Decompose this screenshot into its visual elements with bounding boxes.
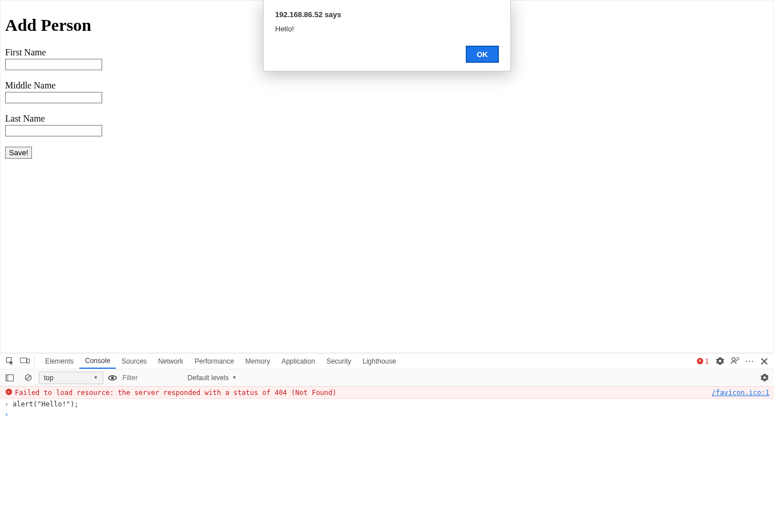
svg-line-7 xyxy=(26,376,30,380)
svg-point-8 xyxy=(111,376,114,379)
devtools-tabbar: Elements Console Sources Network Perform… xyxy=(0,353,774,369)
tab-performance[interactable]: Performance xyxy=(189,353,240,369)
field-last-name: Last Name xyxy=(5,114,769,136)
svg-rect-5 xyxy=(6,374,9,381)
tab-network[interactable]: Network xyxy=(152,353,189,369)
console-sidebar-toggle-icon[interactable] xyxy=(2,370,17,385)
error-count-badge[interactable]: ✕ 1 xyxy=(697,357,709,365)
middle-name-label: Middle Name xyxy=(5,80,769,91)
tab-lighthouse[interactable]: Lighthouse xyxy=(357,353,402,369)
execution-context-select[interactable]: top ▼ xyxy=(39,372,103,384)
chevron-down-icon: ▼ xyxy=(94,375,98,380)
console-settings-icon[interactable] xyxy=(757,370,772,385)
console-filter-input[interactable] xyxy=(122,373,184,382)
devtools-panel: Elements Console Sources Network Perform… xyxy=(0,353,774,532)
tab-console[interactable]: Console xyxy=(79,353,116,369)
alert-actions: OK xyxy=(275,46,499,63)
error-icon: ✕ xyxy=(5,389,13,395)
error-count: 1 xyxy=(705,357,709,365)
svg-rect-1 xyxy=(20,358,26,363)
last-name-input[interactable] xyxy=(5,125,102,136)
execution-context-value: top xyxy=(44,374,54,382)
last-name-label: Last Name xyxy=(5,114,769,124)
console-error-row[interactable]: ✕ Failed to load resource: the server re… xyxy=(0,386,774,399)
alert-message: Hello! xyxy=(275,25,499,33)
console-error-source-link[interactable]: /favicon.ico:1 xyxy=(712,389,769,397)
log-levels-label: Default levels xyxy=(188,374,229,382)
svg-point-3 xyxy=(732,357,735,361)
feedback-icon[interactable] xyxy=(727,354,742,369)
chevron-down-icon: ▼ xyxy=(232,375,237,380)
first-name-input[interactable] xyxy=(5,59,102,70)
chevron-right-icon: › xyxy=(5,400,13,408)
alert-ok-button[interactable]: OK xyxy=(466,46,499,63)
console-log-area: ✕ Failed to load resource: the server re… xyxy=(0,386,774,532)
tab-sources[interactable]: Sources xyxy=(116,353,152,369)
console-error-text: Failed to load resource: the server resp… xyxy=(13,389,712,397)
field-middle-name: Middle Name xyxy=(5,80,769,103)
save-button[interactable]: Save! xyxy=(5,147,32,159)
chevron-right-icon: › xyxy=(5,410,13,418)
divider xyxy=(34,356,35,366)
log-levels-select[interactable]: Default levels ▼ xyxy=(188,374,237,382)
tab-security[interactable]: Security xyxy=(321,353,357,369)
alert-title: 192.168.86.52 says xyxy=(275,10,499,19)
alert-dialog: 192.168.86.52 says Hello! OK xyxy=(263,0,511,71)
error-icon: ✕ xyxy=(697,358,703,364)
inspect-element-icon[interactable] xyxy=(2,354,17,369)
tab-elements[interactable]: Elements xyxy=(39,353,79,369)
tab-application[interactable]: Application xyxy=(276,353,321,369)
tab-memory[interactable]: Memory xyxy=(240,353,276,369)
clear-console-icon[interactable] xyxy=(21,370,35,385)
console-history-text: alert("Hello!"); xyxy=(13,400,79,408)
close-icon[interactable] xyxy=(757,354,772,369)
middle-name-input[interactable] xyxy=(5,92,102,103)
devtools-tabs: Elements Console Sources Network Perform… xyxy=(39,353,402,369)
device-toolbar-icon[interactable] xyxy=(17,354,32,369)
svg-rect-2 xyxy=(27,359,29,364)
more-icon[interactable]: ⋯ xyxy=(742,354,757,369)
console-toolbar: top ▼ Default levels ▼ xyxy=(0,369,774,386)
settings-icon[interactable] xyxy=(712,354,727,369)
console-input-row[interactable]: › xyxy=(0,409,774,420)
console-history-row[interactable]: › alert("Hello!"); xyxy=(0,399,774,409)
live-expression-icon[interactable] xyxy=(107,374,118,381)
